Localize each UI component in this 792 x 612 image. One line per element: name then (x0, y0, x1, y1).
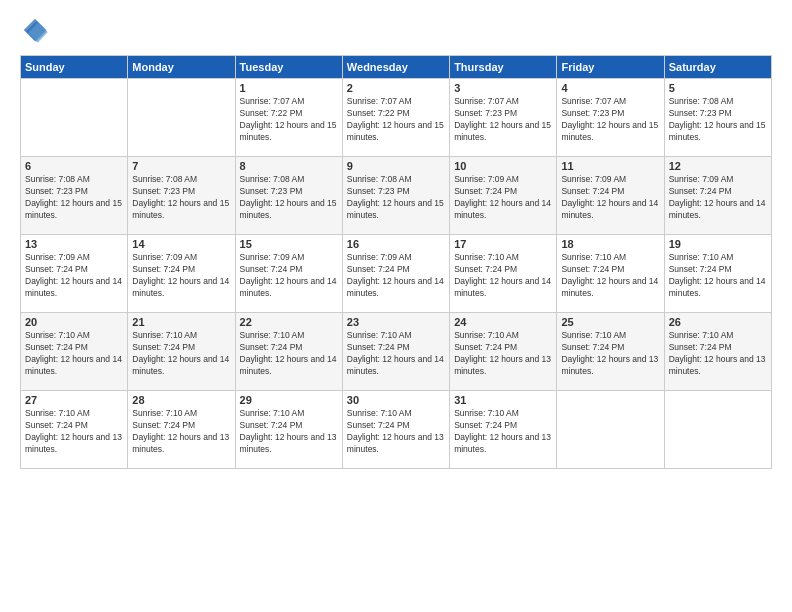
day-number: 14 (132, 238, 230, 250)
calendar-day-cell: 21Sunrise: 7:10 AMSunset: 7:24 PMDayligh… (128, 313, 235, 391)
calendar-day-cell: 8Sunrise: 7:08 AMSunset: 7:23 PMDaylight… (235, 157, 342, 235)
calendar-day-cell: 9Sunrise: 7:08 AMSunset: 7:23 PMDaylight… (342, 157, 449, 235)
day-info: Sunrise: 7:08 AMSunset: 7:23 PMDaylight:… (25, 174, 123, 222)
day-number: 9 (347, 160, 445, 172)
calendar-week-row: 1Sunrise: 7:07 AMSunset: 7:22 PMDaylight… (21, 79, 772, 157)
calendar-day-cell: 10Sunrise: 7:09 AMSunset: 7:24 PMDayligh… (450, 157, 557, 235)
day-number: 27 (25, 394, 123, 406)
calendar-day-cell: 4Sunrise: 7:07 AMSunset: 7:23 PMDaylight… (557, 79, 664, 157)
day-info: Sunrise: 7:10 AMSunset: 7:24 PMDaylight:… (454, 408, 552, 456)
day-info: Sunrise: 7:10 AMSunset: 7:24 PMDaylight:… (240, 408, 338, 456)
day-info: Sunrise: 7:10 AMSunset: 7:24 PMDaylight:… (347, 330, 445, 378)
calendar-day-cell: 25Sunrise: 7:10 AMSunset: 7:24 PMDayligh… (557, 313, 664, 391)
calendar-day-header: Monday (128, 56, 235, 79)
page: SundayMondayTuesdayWednesdayThursdayFrid… (0, 0, 792, 612)
day-number: 17 (454, 238, 552, 250)
day-info: Sunrise: 7:07 AMSunset: 7:23 PMDaylight:… (454, 96, 552, 144)
calendar-day-cell: 31Sunrise: 7:10 AMSunset: 7:24 PMDayligh… (450, 391, 557, 469)
day-number: 15 (240, 238, 338, 250)
calendar-day-cell (128, 79, 235, 157)
calendar-day-cell: 30Sunrise: 7:10 AMSunset: 7:24 PMDayligh… (342, 391, 449, 469)
day-info: Sunrise: 7:10 AMSunset: 7:24 PMDaylight:… (132, 330, 230, 378)
calendar-week-row: 13Sunrise: 7:09 AMSunset: 7:24 PMDayligh… (21, 235, 772, 313)
calendar-day-cell: 22Sunrise: 7:10 AMSunset: 7:24 PMDayligh… (235, 313, 342, 391)
calendar-header-row: SundayMondayTuesdayWednesdayThursdayFrid… (21, 56, 772, 79)
calendar-day-cell: 15Sunrise: 7:09 AMSunset: 7:24 PMDayligh… (235, 235, 342, 313)
calendar-day-cell: 28Sunrise: 7:10 AMSunset: 7:24 PMDayligh… (128, 391, 235, 469)
calendar-week-row: 6Sunrise: 7:08 AMSunset: 7:23 PMDaylight… (21, 157, 772, 235)
day-info: Sunrise: 7:10 AMSunset: 7:24 PMDaylight:… (561, 330, 659, 378)
day-info: Sunrise: 7:09 AMSunset: 7:24 PMDaylight:… (669, 174, 767, 222)
day-number: 19 (669, 238, 767, 250)
day-info: Sunrise: 7:09 AMSunset: 7:24 PMDaylight:… (454, 174, 552, 222)
day-info: Sunrise: 7:09 AMSunset: 7:24 PMDaylight:… (240, 252, 338, 300)
calendar-day-cell: 23Sunrise: 7:10 AMSunset: 7:24 PMDayligh… (342, 313, 449, 391)
day-number: 2 (347, 82, 445, 94)
day-info: Sunrise: 7:10 AMSunset: 7:24 PMDaylight:… (454, 252, 552, 300)
day-info: Sunrise: 7:07 AMSunset: 7:22 PMDaylight:… (347, 96, 445, 144)
header (20, 15, 772, 45)
calendar-day-cell: 16Sunrise: 7:09 AMSunset: 7:24 PMDayligh… (342, 235, 449, 313)
calendar-day-cell: 24Sunrise: 7:10 AMSunset: 7:24 PMDayligh… (450, 313, 557, 391)
day-info: Sunrise: 7:10 AMSunset: 7:24 PMDaylight:… (132, 408, 230, 456)
day-number: 16 (347, 238, 445, 250)
day-number: 3 (454, 82, 552, 94)
logo-icon (20, 15, 50, 45)
day-info: Sunrise: 7:09 AMSunset: 7:24 PMDaylight:… (561, 174, 659, 222)
day-info: Sunrise: 7:08 AMSunset: 7:23 PMDaylight:… (240, 174, 338, 222)
calendar-day-cell (21, 79, 128, 157)
calendar-day-header: Sunday (21, 56, 128, 79)
day-info: Sunrise: 7:10 AMSunset: 7:24 PMDaylight:… (669, 252, 767, 300)
calendar-day-header: Thursday (450, 56, 557, 79)
day-number: 30 (347, 394, 445, 406)
day-number: 6 (25, 160, 123, 172)
day-number: 5 (669, 82, 767, 94)
day-number: 24 (454, 316, 552, 328)
calendar-day-cell: 13Sunrise: 7:09 AMSunset: 7:24 PMDayligh… (21, 235, 128, 313)
logo (20, 15, 56, 45)
day-number: 22 (240, 316, 338, 328)
calendar-day-header: Tuesday (235, 56, 342, 79)
day-number: 21 (132, 316, 230, 328)
day-info: Sunrise: 7:10 AMSunset: 7:24 PMDaylight:… (25, 408, 123, 456)
calendar-day-cell: 2Sunrise: 7:07 AMSunset: 7:22 PMDaylight… (342, 79, 449, 157)
day-info: Sunrise: 7:10 AMSunset: 7:24 PMDaylight:… (240, 330, 338, 378)
day-number: 31 (454, 394, 552, 406)
day-info: Sunrise: 7:09 AMSunset: 7:24 PMDaylight:… (132, 252, 230, 300)
calendar-week-row: 27Sunrise: 7:10 AMSunset: 7:24 PMDayligh… (21, 391, 772, 469)
day-number: 13 (25, 238, 123, 250)
calendar-table: SundayMondayTuesdayWednesdayThursdayFrid… (20, 55, 772, 469)
calendar-day-header: Friday (557, 56, 664, 79)
calendar-day-cell (557, 391, 664, 469)
calendar-day-cell: 14Sunrise: 7:09 AMSunset: 7:24 PMDayligh… (128, 235, 235, 313)
day-number: 28 (132, 394, 230, 406)
day-number: 10 (454, 160, 552, 172)
day-info: Sunrise: 7:07 AMSunset: 7:23 PMDaylight:… (561, 96, 659, 144)
calendar-day-cell: 19Sunrise: 7:10 AMSunset: 7:24 PMDayligh… (664, 235, 771, 313)
day-number: 29 (240, 394, 338, 406)
day-number: 12 (669, 160, 767, 172)
day-info: Sunrise: 7:08 AMSunset: 7:23 PMDaylight:… (347, 174, 445, 222)
day-number: 4 (561, 82, 659, 94)
calendar-day-cell: 20Sunrise: 7:10 AMSunset: 7:24 PMDayligh… (21, 313, 128, 391)
day-info: Sunrise: 7:10 AMSunset: 7:24 PMDaylight:… (561, 252, 659, 300)
day-info: Sunrise: 7:10 AMSunset: 7:24 PMDaylight:… (669, 330, 767, 378)
day-number: 20 (25, 316, 123, 328)
day-info: Sunrise: 7:10 AMSunset: 7:24 PMDaylight:… (25, 330, 123, 378)
day-info: Sunrise: 7:08 AMSunset: 7:23 PMDaylight:… (669, 96, 767, 144)
calendar-day-cell: 29Sunrise: 7:10 AMSunset: 7:24 PMDayligh… (235, 391, 342, 469)
day-number: 11 (561, 160, 659, 172)
calendar-day-header: Wednesday (342, 56, 449, 79)
calendar-day-cell (664, 391, 771, 469)
calendar-day-cell: 27Sunrise: 7:10 AMSunset: 7:24 PMDayligh… (21, 391, 128, 469)
calendar-day-cell: 3Sunrise: 7:07 AMSunset: 7:23 PMDaylight… (450, 79, 557, 157)
day-info: Sunrise: 7:09 AMSunset: 7:24 PMDaylight:… (347, 252, 445, 300)
calendar-day-header: Saturday (664, 56, 771, 79)
day-info: Sunrise: 7:08 AMSunset: 7:23 PMDaylight:… (132, 174, 230, 222)
day-number: 7 (132, 160, 230, 172)
day-number: 1 (240, 82, 338, 94)
calendar-day-cell: 18Sunrise: 7:10 AMSunset: 7:24 PMDayligh… (557, 235, 664, 313)
day-number: 25 (561, 316, 659, 328)
calendar-day-cell: 12Sunrise: 7:09 AMSunset: 7:24 PMDayligh… (664, 157, 771, 235)
calendar-day-cell: 1Sunrise: 7:07 AMSunset: 7:22 PMDaylight… (235, 79, 342, 157)
